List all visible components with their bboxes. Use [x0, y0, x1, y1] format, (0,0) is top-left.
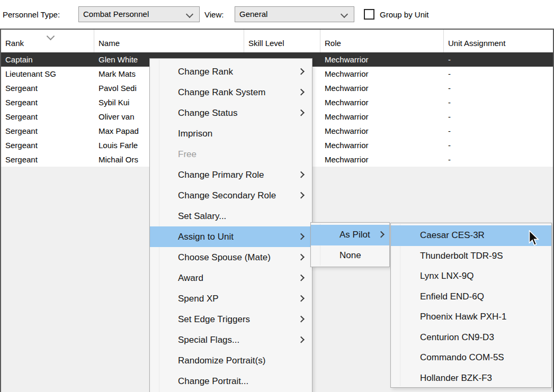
unit-menu-item[interactable]: Enfield END-6Q	[391, 287, 551, 307]
context-menu-item[interactable]: Free	[150, 144, 312, 165]
menu-item-label: Change Primary Role	[178, 170, 264, 180]
context-menu-item[interactable]: Set Salary...	[150, 206, 312, 226]
cell-rank: Sergeant	[1, 124, 94, 138]
cell-rank: Sergeant	[1, 110, 94, 124]
menu-item-label: Change Rank	[178, 67, 233, 77]
context-menu-item[interactable]: Spend XP	[150, 288, 312, 309]
mouse-cursor	[529, 230, 541, 248]
menu-item-label: Enfield END-6Q	[420, 291, 484, 302]
context-menu-item[interactable]: Change Portrait...	[150, 371, 312, 391]
column-header-skill-level[interactable]: Skill Level	[244, 30, 320, 52]
cell-unit-assignment: -	[444, 124, 553, 138]
unit-menu-item[interactable]: Phoenix Hawk PXH-1	[391, 307, 551, 327]
group-by-unit-checkbox[interactable]	[364, 9, 374, 20]
cell-rank: Captain	[1, 52, 94, 67]
menu-item-label: Lynx LNX-9Q	[420, 271, 473, 281]
cell-role: Mechwarrior	[320, 52, 444, 67]
unit-menu-item[interactable]: Caesar CES-3R	[391, 225, 551, 246]
cell-unit-assignment: -	[444, 81, 553, 95]
personnel-type-dropdown[interactable]: Combat Personnel	[78, 6, 200, 22]
menu-item-label: Commando COM-5S	[420, 352, 504, 362]
menu-item-label: Set Edge Triggers	[178, 314, 250, 324]
cell-role: Mechwarrior	[320, 124, 444, 138]
cell-role: Mechwarrior	[320, 67, 444, 81]
menu-item-label: Choose Spouse (Mate)	[178, 252, 271, 262]
menu-item-label: Change Portrait...	[178, 376, 248, 386]
unit-menu-item[interactable]: Thunderbolt TDR-9S	[391, 246, 551, 267]
menu-item-label: Change Secondary Role	[178, 190, 276, 200]
submenu-arrow-icon	[298, 192, 305, 198]
cell-role: Mechwarrior	[320, 95, 444, 110]
submenu-arrow-icon	[298, 109, 305, 116]
unit-selection-submenu: Caesar CES-3R Thunderbolt TDR-9S Lynx LN…	[390, 223, 552, 388]
chevron-down-icon	[186, 11, 193, 18]
cell-role: Mechwarrior	[320, 138, 444, 152]
menu-item-label: Caesar CES-3R	[420, 230, 485, 240]
cell-role: Mechwarrior	[320, 110, 444, 124]
personnel-type-label: Personnel Type:	[3, 10, 60, 19]
personnel-screen: Personnel Type: Combat Personnel View: G…	[0, 0, 554, 392]
menu-item-label: Centurion CN9-D3	[420, 332, 494, 342]
cell-rank: Sergeant	[1, 95, 94, 110]
submenu-arrow-icon	[298, 171, 305, 178]
unit-menu-item[interactable]: Hollander BZK-F3	[391, 368, 551, 389]
view-label: View:	[204, 10, 224, 19]
cell-unit-assignment: -	[444, 152, 553, 167]
column-header-rank[interactable]: Rank	[1, 30, 94, 52]
table-header: Rank Name Skill Level Role Unit Assignme…	[1, 30, 553, 52]
menu-item-label: None	[339, 250, 361, 260]
context-menu-item[interactable]: Special Flags...	[150, 330, 312, 350]
submenu-arrow-icon	[298, 88, 305, 95]
personnel-type-value: Combat Personnel	[83, 10, 149, 19]
view-dropdown[interactable]: General	[235, 6, 354, 22]
context-menu-item[interactable]: Change Primary Role	[150, 165, 312, 185]
menu-item-label: Free	[178, 149, 196, 159]
cell-rank: Sergeant	[1, 152, 94, 167]
context-menu-item[interactable]: Award	[150, 268, 312, 288]
unit-menu-item[interactable]: Commando COM-5S	[391, 348, 551, 368]
context-menu-item[interactable]: Change Secondary Role	[150, 185, 312, 206]
submenu-arrow-icon	[298, 68, 305, 75]
unit-menu-item[interactable]: Lynx LNX-9Q	[391, 266, 551, 287]
submenu-arrow-icon	[298, 336, 305, 343]
cell-role: Mechwarrior	[320, 152, 444, 167]
menu-item-label: Imprison	[178, 129, 212, 139]
unit-menu-item[interactable]: Centurion CN9-D3	[391, 327, 551, 348]
submenu-arrow-icon	[378, 231, 385, 238]
menu-item-label: Special Flags...	[178, 335, 239, 345]
context-menu-item[interactable]: Change Status	[150, 103, 312, 123]
submenu-arrow-icon	[298, 233, 305, 240]
chevron-down-icon	[341, 11, 348, 18]
submenu-item[interactable]: None	[311, 245, 389, 266]
cell-unit-assignment: -	[444, 138, 553, 152]
sort-chevron-icon	[47, 32, 55, 41]
cell-rank: Sergeant	[1, 138, 94, 152]
submenu-arrow-icon	[298, 274, 305, 281]
context-menu-item[interactable]: Assign to Unit	[150, 226, 312, 247]
submenu-item[interactable]: As Pilot	[311, 225, 389, 245]
context-menu-item[interactable]: Change Rank	[150, 61, 312, 82]
column-header-unit-assignment[interactable]: Unit Assignment	[444, 30, 553, 52]
menu-item-label: Spend XP	[178, 294, 219, 304]
toolbar: Personnel Type: Combat Personnel View: G…	[0, 0, 554, 29]
context-menu-item[interactable]: Choose Spouse (Mate)	[150, 247, 312, 268]
cell-rank: Sergeant	[1, 81, 94, 95]
context-menu-item[interactable]: Randomize Portrait(s)	[150, 350, 312, 371]
cell-rank: Lieutenant SG	[1, 67, 94, 81]
context-menu-item[interactable]: Change Rank System	[150, 82, 312, 103]
submenu-arrow-icon	[298, 253, 305, 260]
assign-to-unit-submenu: As Pilot None	[310, 222, 390, 267]
group-by-unit-label: Group by Unit	[380, 10, 429, 19]
context-menu-item[interactable]: Imprison	[150, 123, 312, 144]
menu-item-label: As Pilot	[339, 230, 370, 240]
menu-item-label: Thunderbolt TDR-9S	[420, 251, 503, 261]
column-header-name[interactable]: Name	[94, 30, 244, 52]
menu-item-label: Change Rank System	[178, 87, 265, 97]
column-header-role[interactable]: Role	[320, 30, 444, 52]
cell-unit-assignment: -	[444, 67, 553, 81]
view-value: General	[239, 10, 267, 19]
cell-unit-assignment: -	[444, 95, 553, 110]
cell-unit-assignment: -	[444, 52, 553, 67]
context-menu-item[interactable]: Set Edge Triggers	[150, 309, 312, 330]
menu-item-label: Set Salary...	[178, 211, 226, 221]
